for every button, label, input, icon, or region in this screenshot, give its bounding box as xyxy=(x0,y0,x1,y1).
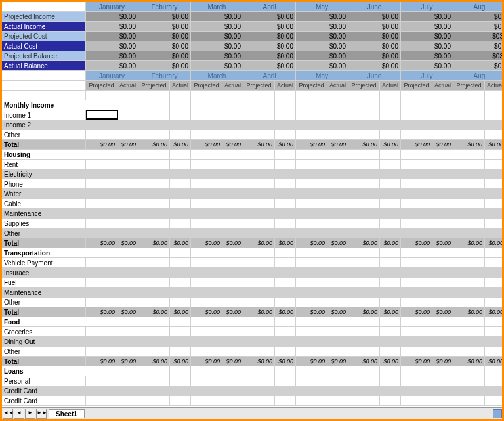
data-cell[interactable] xyxy=(453,120,504,130)
total-cell[interactable]: $0.00$0.00 xyxy=(243,140,296,150)
section-header-cell[interactable] xyxy=(243,100,296,110)
data-cell[interactable] xyxy=(243,278,296,288)
total-cell[interactable]: $0.00$0.00 xyxy=(138,140,191,150)
data-cell[interactable] xyxy=(453,288,504,298)
data-cell[interactable] xyxy=(296,209,348,219)
section-header-cell[interactable] xyxy=(348,366,401,376)
data-cell[interactable] xyxy=(191,396,243,406)
data-cell[interactable] xyxy=(296,347,348,357)
data-cell[interactable] xyxy=(138,219,191,229)
data-cell[interactable] xyxy=(243,120,296,130)
data-cell[interactable] xyxy=(243,258,296,268)
summary-value[interactable]: $0.00 xyxy=(191,12,243,22)
summary-value[interactable]: $0.00 xyxy=(86,51,138,61)
nav-first-button[interactable]: ◄◄ xyxy=(3,409,13,419)
total-cell[interactable]: $0.00$0.00 xyxy=(401,140,453,150)
data-cell[interactable] xyxy=(243,386,296,396)
data-cell[interactable] xyxy=(86,110,138,120)
data-cell[interactable] xyxy=(401,199,453,209)
spacer-cell[interactable] xyxy=(138,91,191,100)
data-cell[interactable] xyxy=(296,337,348,347)
data-cell[interactable] xyxy=(453,268,504,278)
data-cell[interactable] xyxy=(453,386,504,396)
summary-value[interactable]: $0.00 xyxy=(296,32,348,41)
data-cell[interactable] xyxy=(243,268,296,278)
section-header-cell[interactable] xyxy=(348,248,401,258)
data-cell[interactable] xyxy=(348,258,401,268)
data-cell[interactable] xyxy=(191,327,243,337)
summary-value[interactable]: $0.00 xyxy=(401,61,453,71)
section-header-cell[interactable] xyxy=(243,248,296,258)
data-cell[interactable] xyxy=(86,327,138,337)
section-header-cell[interactable] xyxy=(296,150,348,160)
data-cell[interactable] xyxy=(86,179,138,189)
data-cell[interactable] xyxy=(401,268,453,278)
summary-value[interactable]: $0.00 xyxy=(296,61,348,71)
data-cell[interactable] xyxy=(243,288,296,298)
total-cell[interactable]: $0.00$0.00 xyxy=(296,140,348,150)
data-cell[interactable] xyxy=(243,209,296,219)
corner-cell-2[interactable] xyxy=(2,71,86,81)
data-cell[interactable] xyxy=(296,160,348,169)
section-header-cell[interactable] xyxy=(191,317,243,327)
data-cell[interactable] xyxy=(86,199,138,209)
data-cell[interactable] xyxy=(348,288,401,298)
data-cell[interactable] xyxy=(191,219,243,229)
data-cell[interactable] xyxy=(243,110,296,120)
data-cell[interactable] xyxy=(138,288,191,298)
data-cell[interactable] xyxy=(296,120,348,130)
section-header-cell[interactable] xyxy=(243,150,296,160)
data-cell[interactable] xyxy=(296,199,348,209)
summary-value[interactable]: $0.00 xyxy=(191,41,243,51)
total-cell[interactable]: $0.00$0.00 xyxy=(138,307,191,317)
data-cell[interactable] xyxy=(86,288,138,298)
data-cell[interactable] xyxy=(243,396,296,406)
summary-value[interactable]: $0.00 xyxy=(138,22,191,32)
data-cell[interactable] xyxy=(348,327,401,337)
data-cell[interactable] xyxy=(348,169,401,179)
total-cell[interactable]: $0.00$0.00 xyxy=(138,238,191,248)
summary-value[interactable]: $0.00 xyxy=(191,32,243,41)
data-cell[interactable] xyxy=(453,199,504,209)
summary-value[interactable]: $0.00 xyxy=(348,41,401,51)
data-cell[interactable] xyxy=(138,179,191,189)
data-cell[interactable] xyxy=(243,376,296,386)
summary-value[interactable]: $0.00 xyxy=(86,41,138,51)
total-cell[interactable]: $0.00$0.00 xyxy=(348,238,401,248)
section-header-cell[interactable] xyxy=(191,248,243,258)
summary-value[interactable]: $0.00 xyxy=(348,22,401,32)
data-cell[interactable] xyxy=(191,110,243,120)
data-cell[interactable] xyxy=(296,110,348,120)
data-cell[interactable] xyxy=(401,179,453,189)
data-cell[interactable] xyxy=(348,160,401,169)
data-cell[interactable] xyxy=(191,169,243,179)
data-cell[interactable] xyxy=(453,130,504,140)
summary-value[interactable]: $0.00 xyxy=(401,41,453,51)
nav-next-button[interactable]: ► xyxy=(25,409,35,419)
data-cell[interactable] xyxy=(453,189,504,199)
data-cell[interactable] xyxy=(453,396,504,406)
total-cell[interactable]: $0.00$0.00 xyxy=(453,238,504,248)
data-cell[interactable] xyxy=(138,209,191,219)
total-cell[interactable]: $0.00$0.00 xyxy=(401,357,453,366)
data-cell[interactable] xyxy=(191,386,243,396)
total-cell[interactable]: $0.00$0.00 xyxy=(243,238,296,248)
data-cell[interactable] xyxy=(296,386,348,396)
total-cell[interactable]: $0.00$0.00 xyxy=(138,357,191,366)
data-cell[interactable] xyxy=(401,229,453,238)
section-header-cell[interactable] xyxy=(453,248,504,258)
spacer-cell[interactable] xyxy=(453,91,504,100)
summary-value[interactable]: $0.00 xyxy=(296,41,348,51)
data-cell[interactable] xyxy=(243,229,296,238)
summary-value[interactable]: $0. xyxy=(453,41,504,51)
data-cell[interactable] xyxy=(86,160,138,169)
data-cell[interactable] xyxy=(401,160,453,169)
section-header-cell[interactable] xyxy=(138,248,191,258)
section-header-cell[interactable] xyxy=(296,248,348,258)
section-header-cell[interactable] xyxy=(401,366,453,376)
data-cell[interactable] xyxy=(453,278,504,288)
total-cell[interactable]: $0.00$0.00 xyxy=(348,357,401,366)
data-cell[interactable] xyxy=(348,268,401,278)
data-cell[interactable] xyxy=(243,130,296,140)
data-cell[interactable] xyxy=(243,337,296,347)
